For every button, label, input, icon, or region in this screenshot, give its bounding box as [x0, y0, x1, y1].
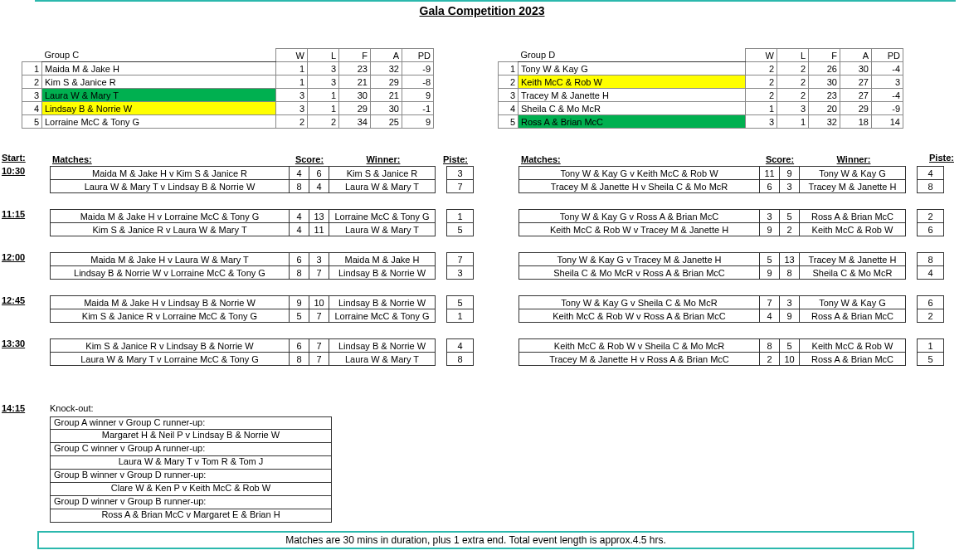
stat-f[interactable]: 23: [809, 89, 840, 102]
stat-pd[interactable]: 9: [402, 115, 434, 129]
winner[interactable]: Ross A & Brian McC: [800, 309, 906, 323]
stat-pd[interactable]: -8: [402, 75, 434, 89]
match-desc[interactable]: Kim S & Janice R v Lindsay B & Norrie W: [51, 339, 290, 353]
stat-l[interactable]: 2: [777, 89, 809, 102]
stat-f[interactable]: 32: [809, 115, 840, 129]
score-1[interactable]: 7: [760, 296, 780, 309]
match-desc[interactable]: Sheila C & Mo McR v Ross A & Brian McC: [519, 266, 760, 280]
stat-l[interactable]: 2: [308, 115, 339, 129]
score-2[interactable]: 7: [309, 266, 329, 280]
match-desc[interactable]: Keith McC & Rob W v Tracey M & Janette H: [519, 223, 760, 236]
winner[interactable]: Maida M & Jake H: [329, 253, 436, 266]
score-1[interactable]: 5: [290, 309, 309, 323]
match-desc[interactable]: Tony W & Kay G v Sheila C & Mo McR: [519, 296, 760, 309]
match-desc[interactable]: Tracey M & Janette H v Sheila C & Mo McR: [519, 180, 760, 193]
score-1[interactable]: 6: [290, 339, 309, 353]
winner[interactable]: Lorraine McC & Tony G: [329, 309, 436, 323]
piste[interactable]: 5: [918, 353, 944, 366]
score-2[interactable]: 4: [309, 180, 329, 193]
stat-l[interactable]: 2: [777, 75, 809, 89]
score-2[interactable]: 3: [780, 180, 800, 193]
score-2[interactable]: 7: [309, 339, 329, 353]
piste[interactable]: 8: [447, 353, 474, 366]
stat-w[interactable]: 3: [746, 115, 777, 129]
stat-pd[interactable]: -4: [872, 89, 903, 102]
score-1[interactable]: 9: [760, 223, 780, 236]
piste[interactable]: 3: [447, 167, 474, 180]
score-1[interactable]: 9: [290, 296, 309, 309]
score-1[interactable]: 6: [290, 253, 309, 266]
stat-f[interactable]: 21: [339, 75, 371, 89]
winner[interactable]: Lindsay B & Norrie W: [329, 296, 436, 309]
match-desc[interactable]: Keith McC & Rob W v Ross A & Brian McC: [519, 309, 760, 323]
match-desc[interactable]: Kim S & Janice R v Lorraine McC & Tony G: [51, 309, 290, 323]
score-1[interactable]: 8: [290, 266, 309, 280]
ko-line[interactable]: Group D winner v Group B runner-up:: [50, 496, 332, 509]
winner[interactable]: Sheila C & Mo McR: [800, 266, 906, 280]
winner[interactable]: Tracey M & Janette H: [800, 253, 906, 266]
ko-line[interactable]: Margaret H & Neil P v Lindsay B & Norrie…: [50, 430, 332, 443]
piste[interactable]: 6: [918, 296, 944, 309]
ko-line[interactable]: Laura W & Mary T v Tom R & Tom J: [50, 456, 332, 470]
score-2[interactable]: 8: [780, 266, 800, 280]
team-name[interactable]: Lindsay B & Norrie W: [42, 102, 276, 115]
score-2[interactable]: 2: [780, 223, 800, 236]
piste[interactable]: 1: [918, 339, 944, 353]
stat-l[interactable]: 3: [308, 75, 339, 89]
match-desc[interactable]: Maida M & Jake H v Kim S & Janice R: [51, 167, 290, 180]
piste[interactable]: 7: [447, 180, 474, 193]
winner[interactable]: Tony W & Kay G: [800, 296, 906, 309]
stat-w[interactable]: 3: [276, 102, 308, 115]
winner[interactable]: Keith McC & Rob W: [800, 223, 906, 236]
stat-l[interactable]: 3: [777, 102, 809, 115]
score-1[interactable]: 6: [760, 180, 780, 193]
winner[interactable]: Ross A & Brian McC: [800, 210, 906, 223]
winner[interactable]: Tony W & Kay G: [800, 167, 906, 180]
piste[interactable]: 1: [447, 210, 474, 223]
stat-a[interactable]: 27: [840, 75, 872, 89]
match-desc[interactable]: Keith McC & Rob W v Sheila C & Mo McR: [519, 339, 760, 353]
team-name[interactable]: Keith McC & Rob W: [519, 75, 746, 89]
stat-a[interactable]: 32: [371, 62, 402, 75]
score-1[interactable]: 2: [760, 353, 780, 366]
piste[interactable]: 8: [918, 180, 944, 193]
winner[interactable]: Laura W & Mary T: [329, 353, 436, 366]
score-1[interactable]: 4: [290, 167, 309, 180]
winner[interactable]: Lindsay B & Norrie W: [329, 266, 436, 280]
score-1[interactable]: 4: [290, 210, 309, 223]
match-desc[interactable]: Kim S & Janice R v Laura W & Mary T: [51, 223, 290, 236]
stat-l[interactable]: 3: [308, 62, 339, 75]
stat-w[interactable]: 1: [276, 75, 308, 89]
stat-pd[interactable]: 3: [872, 75, 903, 89]
score-2[interactable]: 7: [309, 353, 329, 366]
stat-w[interactable]: 1: [746, 102, 777, 115]
winner[interactable]: Lorraine McC & Tony G: [329, 210, 436, 223]
score-2[interactable]: 6: [309, 167, 329, 180]
piste[interactable]: 6: [918, 223, 944, 236]
winner[interactable]: Lindsay B & Norrie W: [329, 339, 436, 353]
stat-a[interactable]: 30: [371, 102, 402, 115]
match-desc[interactable]: Tracey M & Janette H v Ross A & Brian Mc…: [519, 353, 760, 366]
stat-l[interactable]: 1: [308, 102, 339, 115]
stat-a[interactable]: 18: [840, 115, 872, 129]
stat-a[interactable]: 25: [371, 115, 402, 129]
match-desc[interactable]: Tony W & Kay G v Tracey M & Janette H: [519, 253, 760, 266]
stat-w[interactable]: 2: [746, 89, 777, 102]
score-2[interactable]: 13: [780, 253, 800, 266]
piste[interactable]: 4: [447, 339, 474, 353]
stat-pd[interactable]: -9: [872, 102, 903, 115]
score-2[interactable]: 11: [309, 223, 329, 236]
winner[interactable]: Laura W & Mary T: [329, 180, 436, 193]
match-desc[interactable]: Tony W & Kay G v Keith McC & Rob W: [519, 167, 760, 180]
stat-a[interactable]: 27: [840, 89, 872, 102]
stat-f[interactable]: 30: [339, 89, 371, 102]
ko-line[interactable]: Ross A & Brian McC v Margaret E & Brian …: [50, 509, 332, 523]
score-2[interactable]: 5: [780, 210, 800, 223]
score-1[interactable]: 9: [760, 266, 780, 280]
team-name[interactable]: Ross A & Brian McC: [519, 115, 746, 129]
stat-w[interactable]: 2: [746, 75, 777, 89]
stat-w[interactable]: 1: [276, 62, 308, 75]
score-1[interactable]: 11: [760, 167, 780, 180]
team-name[interactable]: Maida M & Jake H: [42, 62, 276, 75]
piste[interactable]: 3: [447, 266, 474, 280]
